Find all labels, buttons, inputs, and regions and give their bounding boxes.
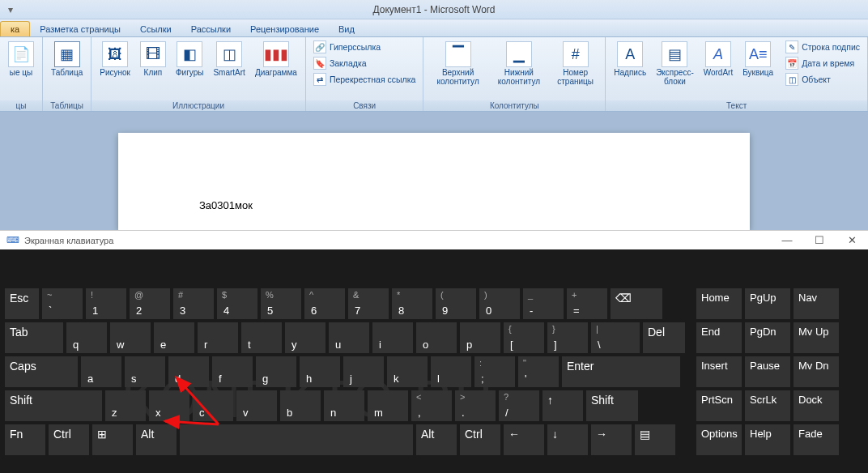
key-Esc[interactable]: Esc bbox=[5, 288, 39, 319]
key-Tab[interactable]: Tab bbox=[5, 322, 63, 353]
key-h[interactable]: h bbox=[300, 356, 340, 387]
table-button[interactable]: ▦Таблица bbox=[48, 40, 86, 79]
key-[[interactable]: {[ bbox=[504, 322, 544, 353]
key-9[interactable]: (9 bbox=[436, 288, 476, 319]
key-⌫[interactable]: ⌫ bbox=[611, 288, 662, 319]
key-▤[interactable]: ▤ bbox=[635, 424, 675, 455]
key-,[interactable]: <, bbox=[411, 390, 452, 421]
key-dock[interactable]: Dock bbox=[794, 390, 839, 421]
key-⊞[interactable]: ⊞ bbox=[92, 424, 133, 455]
smartart-button[interactable]: ◫SmartArt bbox=[210, 40, 248, 79]
key-;[interactable]: :; bbox=[474, 356, 515, 387]
tab-mailings[interactable]: Рассылки bbox=[181, 22, 240, 36]
key-6[interactable]: ^6 bbox=[304, 288, 345, 319]
tab-view[interactable]: Вид bbox=[329, 22, 364, 36]
key-Shift[interactable]: Shift bbox=[5, 390, 102, 421]
chart-button[interactable]: ▮▮▮Диаграмма bbox=[252, 40, 300, 79]
key-=[interactable]: += bbox=[567, 288, 607, 319]
key-t[interactable]: t bbox=[241, 322, 282, 353]
key-z[interactable]: z bbox=[105, 390, 146, 421]
key-8[interactable]: *8 bbox=[392, 288, 432, 319]
key-i[interactable]: i bbox=[372, 322, 413, 353]
picture-button[interactable]: 🖼Рисунок bbox=[96, 40, 134, 79]
key-s[interactable]: s bbox=[125, 356, 165, 387]
footer-button[interactable]: ▁Нижний колонтитул bbox=[491, 40, 547, 87]
key-b[interactable]: b bbox=[280, 390, 321, 421]
key-d[interactable]: d bbox=[168, 356, 209, 387]
key-f[interactable]: f bbox=[212, 356, 253, 387]
clip-button[interactable]: 🎞Клип bbox=[137, 40, 169, 79]
key-4[interactable]: $4 bbox=[217, 288, 257, 319]
key-Enter[interactable]: Enter bbox=[562, 356, 680, 387]
key-blank[interactable] bbox=[180, 424, 413, 455]
key-p[interactable]: p bbox=[460, 322, 500, 353]
key-j[interactable]: j bbox=[343, 356, 384, 387]
key-e[interactable]: e bbox=[154, 322, 194, 353]
datetime-button[interactable]: 📅Дата и время bbox=[783, 56, 862, 70]
key-options[interactable]: Options bbox=[696, 424, 742, 455]
key-↑[interactable]: ↑ bbox=[542, 390, 583, 421]
key-Alt[interactable]: Alt bbox=[136, 424, 177, 455]
key-.[interactable]: >. bbox=[455, 390, 496, 421]
key-k[interactable]: k bbox=[387, 356, 428, 387]
key-pause[interactable]: Pause bbox=[745, 356, 790, 387]
key-7[interactable]: &7 bbox=[348, 288, 389, 319]
key-r[interactable]: r bbox=[198, 322, 238, 353]
key-][interactable]: }] bbox=[547, 322, 588, 353]
tab-review[interactable]: Рецензирование bbox=[240, 22, 329, 36]
key-end[interactable]: End bbox=[696, 322, 742, 353]
quickparts-button[interactable]: ▤Экспресс-блоки bbox=[653, 40, 697, 87]
dropcap-button[interactable]: A≡Буквица bbox=[739, 40, 777, 79]
key-3[interactable]: #3 bbox=[173, 288, 214, 319]
key-insert[interactable]: Insert bbox=[696, 356, 742, 387]
key-2[interactable]: @2 bbox=[130, 288, 170, 319]
key--[interactable]: _- bbox=[523, 288, 564, 319]
key-←[interactable]: ← bbox=[504, 424, 544, 455]
minimize-button[interactable]: — bbox=[771, 231, 803, 250]
signature-button[interactable]: ✎Строка подпис bbox=[783, 40, 862, 54]
close-button[interactable]: ✕ bbox=[836, 231, 868, 250]
textbox-button[interactable]: AНадпись bbox=[611, 40, 649, 79]
key-y[interactable]: y bbox=[285, 322, 326, 353]
key-5[interactable]: %5 bbox=[261, 288, 301, 319]
document-page[interactable]: За0301мок bbox=[118, 133, 750, 230]
key-a[interactable]: a bbox=[81, 356, 121, 387]
key-v[interactable]: v bbox=[236, 390, 277, 421]
key-help[interactable]: Help bbox=[745, 424, 790, 455]
key-home[interactable]: Home bbox=[696, 288, 742, 319]
key-/[interactable]: ?/ bbox=[499, 390, 539, 421]
key-'[interactable]: "' bbox=[518, 356, 559, 387]
key-u[interactable]: u bbox=[329, 322, 369, 353]
wordart-button[interactable]: AWordArt bbox=[700, 40, 737, 79]
key-scrlk[interactable]: ScrLk bbox=[745, 390, 790, 421]
key-l[interactable]: l bbox=[431, 356, 471, 387]
key-Shift[interactable]: Shift bbox=[586, 390, 638, 421]
key-Ctrl[interactable]: Ctrl bbox=[49, 424, 89, 455]
header-button[interactable]: ▔Верхний колонтитул bbox=[428, 40, 487, 87]
key-m[interactable]: m bbox=[368, 390, 408, 421]
key-\[interactable]: |\ bbox=[591, 322, 640, 353]
key-Ctrl[interactable]: Ctrl bbox=[460, 424, 500, 455]
key-1[interactable]: !1 bbox=[86, 288, 126, 319]
key-Del[interactable]: Del bbox=[643, 322, 685, 353]
key-mv up[interactable]: Mv Up bbox=[794, 322, 839, 353]
object-button[interactable]: ◫Объект bbox=[783, 72, 862, 87]
key-0[interactable]: )0 bbox=[479, 288, 520, 319]
qat-dropdown-icon[interactable]: ▾ bbox=[8, 4, 13, 15]
key-n[interactable]: n bbox=[324, 390, 364, 421]
key-g[interactable]: g bbox=[256, 356, 296, 387]
key-fade[interactable]: Fade bbox=[794, 424, 839, 455]
key-w[interactable]: w bbox=[110, 322, 151, 353]
key-↓[interactable]: ↓ bbox=[547, 424, 588, 455]
tab-insert[interactable]: ка bbox=[0, 21, 30, 36]
key-`[interactable]: ~` bbox=[42, 288, 83, 319]
crossref-button[interactable]: ⇄Перекрестная ссылка bbox=[311, 72, 418, 87]
tab-page-layout[interactable]: Разметка страницы bbox=[30, 22, 130, 36]
key-nav[interactable]: Nav bbox=[794, 288, 839, 319]
tab-references[interactable]: Ссылки bbox=[130, 22, 181, 36]
hyperlink-button[interactable]: 🔗Гиперссылка bbox=[311, 40, 418, 54]
key-mv dn[interactable]: Mv Dn bbox=[794, 356, 839, 387]
key-o[interactable]: o bbox=[416, 322, 457, 353]
key-q[interactable]: q bbox=[66, 322, 107, 353]
key-c[interactable]: c bbox=[193, 390, 233, 421]
